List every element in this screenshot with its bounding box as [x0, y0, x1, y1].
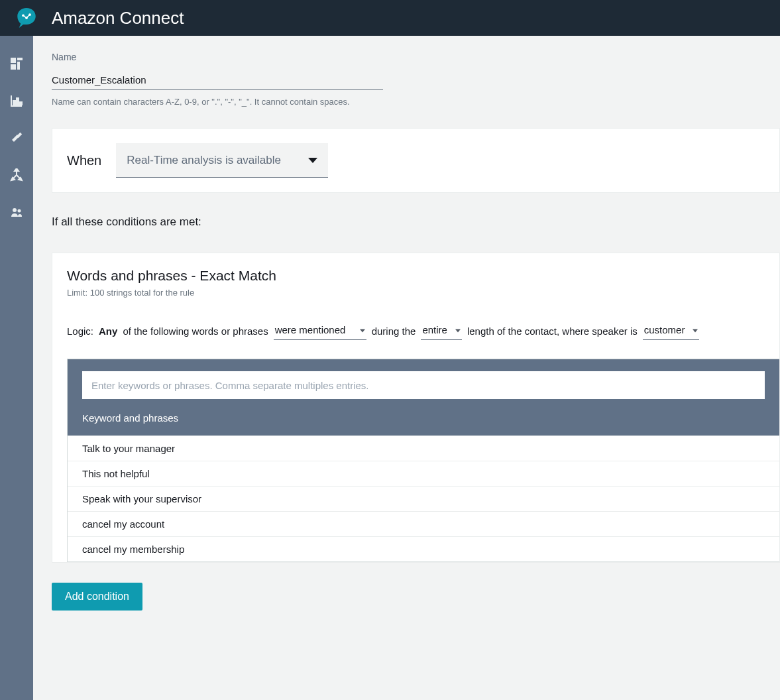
logic-length-text: length of the contact, where speaker is — [467, 325, 638, 337]
keyword-table-header: Keyword and phrases — [82, 412, 765, 424]
people-icon[interactable] — [10, 205, 23, 219]
name-hint-text: Name can contain characters A-Z, 0-9, or… — [52, 97, 780, 107]
svg-rect-7 — [13, 101, 15, 105]
name-label: Name — [52, 52, 780, 62]
chevron-down-icon — [360, 329, 365, 332]
app-header: Amazon Connect — [0, 0, 780, 36]
logic-line: Logic: Any of the following words or phr… — [67, 321, 779, 340]
span-select[interactable]: entire — [421, 321, 462, 340]
chevron-down-icon — [455, 329, 461, 332]
svg-rect-3 — [11, 58, 16, 63]
dashboard-icon[interactable] — [10, 57, 23, 70]
when-panel: When Real-Time analysis is available — [52, 128, 780, 193]
svg-rect-8 — [17, 98, 19, 105]
mention-select[interactable]: were mentioned — [274, 321, 366, 340]
svg-rect-6 — [11, 64, 16, 70]
svg-point-14 — [13, 208, 17, 212]
condition-title: Words and phrases - Exact Match — [67, 268, 779, 284]
chevron-down-icon — [693, 329, 698, 332]
keyword-row[interactable]: This not helpful — [68, 461, 779, 486]
keyword-input[interactable] — [82, 371, 765, 399]
span-select-value: entire — [422, 324, 447, 335]
when-label: When — [67, 153, 101, 168]
app-title: Amazon Connect — [52, 8, 184, 29]
conditions-intro-text: If all these conditions are met: — [52, 215, 780, 229]
keyword-row[interactable]: cancel my membership — [68, 536, 779, 561]
logic-during: during the — [372, 325, 416, 337]
amazon-connect-logo-icon — [12, 3, 41, 32]
condition-subtitle: Limit: 100 strings total for the rule — [67, 288, 779, 298]
when-select-value: Real-Time analysis is available — [127, 154, 281, 167]
keyword-row[interactable]: Talk to your manager — [68, 436, 779, 461]
rule-name-input[interactable] — [52, 70, 383, 90]
when-select[interactable]: Real-Time analysis is available — [116, 143, 328, 178]
sidebar-nav — [0, 36, 33, 700]
keyword-row[interactable]: Speak with your supervisor — [68, 486, 779, 511]
svg-rect-9 — [20, 102, 22, 105]
svg-rect-4 — [17, 58, 23, 60]
keyword-row[interactable]: cancel my account — [68, 511, 779, 536]
speaker-select[interactable]: customer — [643, 321, 700, 340]
gavel-icon[interactable] — [10, 131, 23, 145]
svg-marker-11 — [15, 168, 19, 171]
keywords-header: Keyword and phrases — [68, 359, 779, 436]
svg-rect-5 — [17, 62, 20, 70]
logic-of-following: of the following words or phrases — [123, 325, 268, 337]
mention-select-value: were mentioned — [275, 324, 346, 335]
logic-prefix: Logic: — [67, 325, 93, 337]
logic-any: Any — [99, 325, 117, 337]
add-condition-button[interactable]: Add condition — [52, 583, 142, 611]
main-content: Name Name can contain characters A-Z, 0-… — [33, 36, 780, 700]
routing-icon[interactable] — [10, 168, 23, 182]
chart-icon[interactable] — [10, 94, 23, 107]
caret-down-icon — [308, 158, 317, 163]
speaker-select-value: customer — [644, 324, 685, 335]
condition-card: Words and phrases - Exact Match Limit: 1… — [52, 253, 780, 563]
svg-point-15 — [18, 209, 21, 213]
keywords-block: Keyword and phrases Talk to your manager… — [67, 359, 779, 562]
